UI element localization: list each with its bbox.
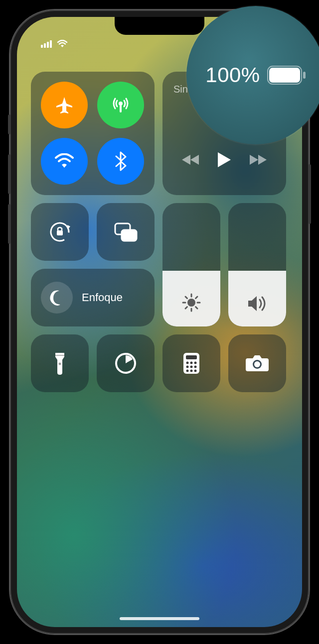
airplane-mode-toggle[interactable] <box>41 82 88 128</box>
svg-point-33 <box>190 370 193 372</box>
volume-slider[interactable] <box>228 203 286 326</box>
screen-mirroring-icon <box>113 221 138 242</box>
camera-button[interactable] <box>228 334 286 392</box>
wifi-status-icon <box>57 40 68 48</box>
bluetooth-toggle[interactable] <box>97 138 144 185</box>
svg-rect-40 <box>303 72 306 79</box>
svg-point-30 <box>190 366 193 368</box>
svg-line-19 <box>185 307 187 309</box>
svg-point-28 <box>194 362 197 364</box>
svg-rect-11 <box>122 230 137 241</box>
connectivity-panel[interactable] <box>31 72 155 195</box>
battery-zoom-callout: 100% <box>186 6 319 144</box>
cellular-antenna-icon <box>110 95 131 115</box>
zoom-battery-icon <box>267 66 306 85</box>
svg-line-20 <box>196 297 198 299</box>
svg-line-18 <box>196 307 198 309</box>
mute-switch <box>8 114 11 134</box>
flashlight-icon <box>53 351 66 376</box>
cellular-signal-icon <box>41 40 53 48</box>
brightness-icon <box>181 293 201 313</box>
cellular-data-toggle[interactable] <box>97 82 144 128</box>
media-rewind-button[interactable] <box>182 154 200 166</box>
timer-button[interactable] <box>97 334 155 392</box>
svg-point-22 <box>59 363 61 365</box>
volume-icon <box>247 295 268 313</box>
svg-rect-39 <box>269 68 300 83</box>
focus-label: Enfoque <box>82 291 123 304</box>
svg-point-36 <box>254 361 260 367</box>
svg-point-29 <box>186 366 189 368</box>
wifi-toggle[interactable] <box>41 138 88 185</box>
focus-icon-container <box>41 282 73 314</box>
svg-line-17 <box>185 297 187 299</box>
svg-rect-2 <box>47 42 49 48</box>
status-left <box>41 40 68 48</box>
screen-mirroring-button[interactable] <box>97 203 155 261</box>
calculator-button[interactable] <box>162 334 220 392</box>
media-play-button[interactable] <box>217 151 232 168</box>
home-indicator[interactable] <box>120 617 199 620</box>
svg-rect-7 <box>120 105 122 112</box>
svg-point-26 <box>186 362 189 364</box>
svg-rect-3 <box>50 40 52 48</box>
power-button <box>308 164 311 224</box>
svg-point-34 <box>194 370 197 372</box>
svg-rect-9 <box>57 230 63 235</box>
zoom-battery-percent: 100% <box>205 63 260 87</box>
flashlight-button[interactable] <box>31 334 89 392</box>
orientation-lock-icon <box>47 219 72 244</box>
focus-button[interactable]: Enfoque <box>31 269 155 326</box>
svg-rect-1 <box>44 43 46 48</box>
svg-rect-21 <box>55 355 64 356</box>
timer-icon <box>114 352 137 375</box>
wifi-icon <box>54 153 75 169</box>
bluetooth-icon <box>115 151 127 171</box>
calculator-icon <box>182 352 200 375</box>
volume-up-button <box>8 154 11 194</box>
svg-rect-0 <box>41 45 43 48</box>
orientation-lock-toggle[interactable] <box>31 203 89 261</box>
svg-point-12 <box>187 299 195 307</box>
svg-rect-25 <box>186 355 197 359</box>
svg-point-32 <box>186 370 189 372</box>
svg-point-31 <box>194 366 197 368</box>
camera-icon <box>245 353 270 373</box>
media-forward-button[interactable] <box>249 154 267 166</box>
airplane-icon <box>54 95 74 115</box>
moon-icon <box>48 289 65 306</box>
volume-down-button <box>8 204 11 244</box>
brightness-slider[interactable] <box>162 203 220 326</box>
notch <box>115 17 204 35</box>
svg-point-27 <box>190 362 193 364</box>
